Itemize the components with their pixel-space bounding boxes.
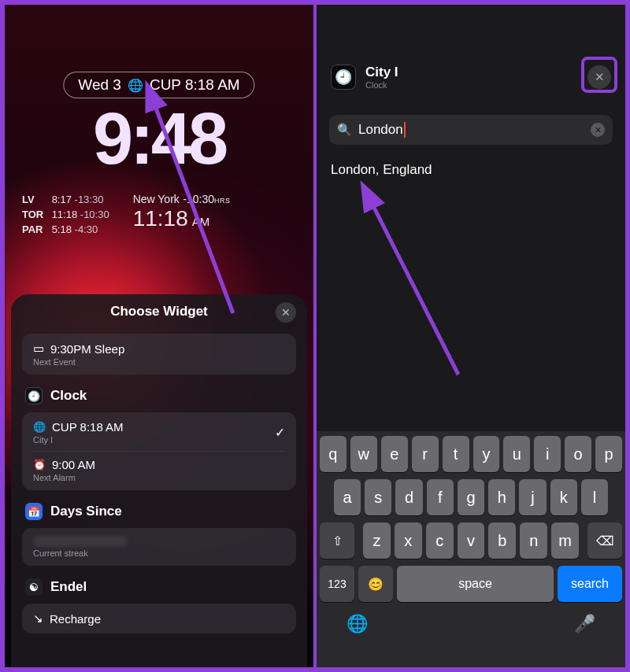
number-key[interactable]: 123 — [320, 566, 354, 602]
keyboard: qwertyuiop asdfghjkl ⇧ zxcvbnm ⌫ 123 😊 s… — [317, 431, 625, 667]
key-y[interactable]: y — [473, 436, 500, 472]
choose-widget-sheet: Choose Widget ✕ ▭9:30PM Sleep Next Event… — [11, 294, 307, 667]
calendar-widget-card[interactable]: ▭9:30PM Sleep Next Event — [22, 334, 296, 375]
key-o[interactable]: o — [565, 436, 591, 472]
world-clock-label: CUP 8:18 AM — [150, 76, 240, 94]
key-z[interactable]: z — [363, 522, 391, 559]
key-a[interactable]: a — [334, 479, 361, 515]
days-since-section-header: 📅 Days Since — [11, 495, 307, 523]
key-m[interactable]: m — [551, 522, 579, 559]
recharge-icon: ↘ — [33, 611, 43, 626]
endel-section-header: ☯ Endel — [11, 570, 307, 599]
key-v[interactable]: v — [458, 522, 485, 559]
text-cursor — [404, 122, 406, 138]
search-icon: 🔍 — [337, 123, 352, 137]
world-clock-featured: New York -10:30HRS 11:18AM — [133, 192, 231, 237]
clock-section-header: 🕘 Clock — [11, 379, 307, 408]
key-q[interactable]: q — [320, 436, 346, 472]
key-w[interactable]: w — [350, 436, 377, 472]
key-r[interactable]: r — [412, 436, 439, 472]
city-search-input[interactable]: 🔍 London ✕ — [329, 115, 613, 145]
key-h[interactable]: h — [488, 479, 515, 515]
header-subtitle: Clock — [365, 80, 398, 90]
key-f[interactable]: f — [427, 479, 454, 515]
key-j[interactable]: j — [519, 479, 546, 515]
redacted-content — [33, 536, 128, 547]
city-search-header: 🕘 City I Clock ✕ — [317, 65, 625, 90]
key-l[interactable]: l — [581, 479, 608, 515]
space-key[interactable]: space — [397, 566, 554, 602]
header-title: City I — [365, 65, 398, 80]
close-button[interactable]: ✕ — [276, 302, 296, 323]
keyboard-row-2: asdfghjkl — [320, 479, 622, 515]
key-n[interactable]: n — [520, 522, 547, 559]
alarm-icon: ⏰ — [33, 459, 46, 471]
sheet-title: Choose Widget — [110, 304, 208, 319]
key-d[interactable]: d — [395, 479, 422, 515]
clear-search-button[interactable]: ✕ — [591, 123, 605, 137]
globe-icon: 🌐 — [128, 78, 143, 93]
globe-icon: 🌐 — [33, 421, 46, 433]
calendar-icon: ▭ — [33, 342, 44, 356]
lock-screen-time: 9:48 — [93, 98, 225, 180]
search-result-item[interactable]: London, England — [331, 162, 432, 178]
world-clock-list: LV 8:17 -13:30 TOR 11:18 -10:30 PAR 5:18… — [22, 192, 109, 237]
key-u[interactable]: u — [503, 436, 530, 472]
backspace-key[interactable]: ⌫ — [587, 522, 622, 559]
key-k[interactable]: k — [550, 479, 577, 515]
globe-key[interactable]: 🌐 — [346, 614, 368, 634]
keyboard-row-1: qwertyuiop — [320, 436, 622, 472]
clock-widget-card[interactable]: 🌐CUP 8:18 AM City I ✓ ⏰9:00 AM Next Alar… — [22, 412, 296, 490]
key-t[interactable]: t — [443, 436, 469, 472]
clock-icon: 🕘 — [331, 65, 356, 90]
endel-icon: ☯ — [25, 578, 43, 596]
shift-key[interactable]: ⇧ — [320, 522, 354, 559]
key-c[interactable]: c — [426, 522, 454, 559]
world-clock-widget-area[interactable]: LV 8:17 -13:30 TOR 11:18 -10:30 PAR 5:18… — [22, 192, 296, 237]
days-since-icon: 📅 — [25, 503, 43, 520]
emoji-key[interactable]: 😊 — [358, 566, 393, 602]
search-key[interactable]: search — [558, 566, 622, 602]
date-world-clock-pill[interactable]: Wed 3 🌐 CUP 8:18 AM — [63, 72, 254, 98]
checkmark-icon: ✓ — [275, 425, 285, 440]
mic-key[interactable]: 🎤 — [574, 614, 595, 634]
keyboard-row-3: ⇧ zxcvbnm ⌫ — [320, 522, 622, 559]
key-p[interactable]: p — [595, 436, 622, 472]
annotation-highlight — [581, 57, 617, 93]
key-b[interactable]: b — [488, 522, 516, 559]
endel-widget-card[interactable]: ↘Recharge — [22, 604, 296, 633]
clock-icon: 🕘 — [25, 387, 43, 404]
key-e[interactable]: e — [381, 436, 408, 472]
search-text: London — [358, 122, 403, 137]
date-label: Wed 3 — [78, 76, 121, 94]
key-g[interactable]: g — [458, 479, 484, 515]
key-s[interactable]: s — [365, 479, 391, 515]
key-x[interactable]: x — [395, 522, 422, 559]
key-i[interactable]: i — [534, 436, 561, 472]
days-since-widget-card[interactable]: Current streak — [22, 528, 296, 566]
